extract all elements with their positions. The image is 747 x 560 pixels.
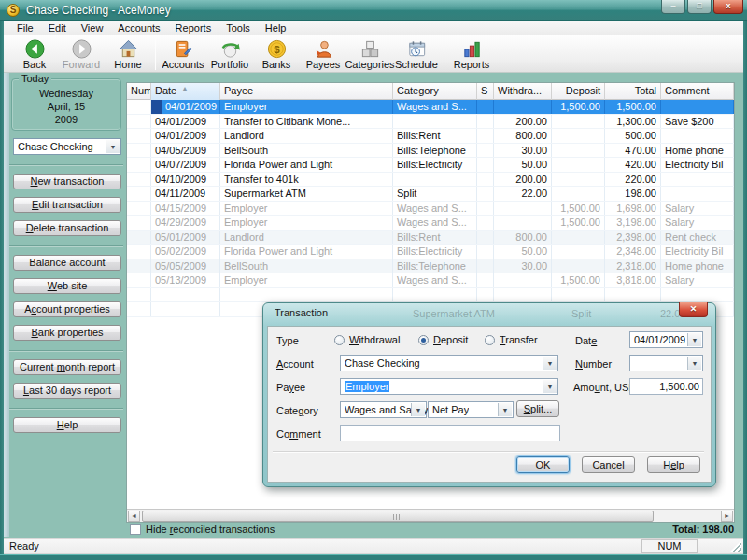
cell-total: 500.00: [605, 129, 661, 143]
close-button[interactable]: x: [713, 0, 743, 14]
column-header-s[interactable]: S: [477, 83, 494, 100]
minimize-button[interactable]: –: [661, 0, 685, 14]
cell-withdrawal: 30.00: [494, 144, 552, 158]
hide-reconciled-checkbox[interactable]: [130, 524, 141, 535]
sidebar-button-last-30-days-report[interactable]: Last 30 days report: [13, 383, 121, 399]
table-row[interactable]: 04/11/2009Supermarket ATMSplit22.00198.0…: [127, 187, 734, 202]
toolbar-button-back[interactable]: Back: [11, 36, 58, 72]
cell-withdrawal: 200.00: [494, 115, 552, 129]
table-row[interactable]: 05/05/2009BellSouthBills:Telephone30.002…: [127, 259, 734, 274]
sidebar-button-account-properties[interactable]: Account properties: [13, 301, 121, 317]
sidebar-button-help[interactable]: Help: [13, 417, 121, 433]
cell-comment: Salary: [661, 216, 734, 230]
cell-date: [151, 288, 220, 302]
column-header-withdra[interactable]: Withdra...: [494, 83, 552, 100]
toolbar-button-banks[interactable]: $Banks: [253, 36, 300, 72]
column-header-total[interactable]: Total: [605, 83, 661, 100]
account-selector[interactable]: Chase Checking ▼: [13, 138, 121, 155]
menu-item-help[interactable]: Help: [258, 21, 294, 35]
table-row[interactable]: 04/07/2009Florida Power and LightBills:E…: [127, 158, 734, 173]
table-row[interactable]: 04/01/2009LandlordBills:Rent800.00500.00: [127, 129, 734, 144]
number-combobox[interactable]: ▼: [629, 355, 703, 371]
category-combobox[interactable]: Wages and Salary ▼: [340, 401, 427, 418]
chevron-down-icon[interactable]: ▼: [543, 380, 557, 393]
amount-field[interactable]: 1,500.00: [629, 378, 703, 395]
toolbar-button-payees[interactable]: Payees: [300, 36, 346, 72]
sidebar-button-edit-transaction[interactable]: Edit transaction: [13, 197, 121, 213]
radio-transfer[interactable]: Transfer: [485, 334, 538, 345]
cell-category: Bills:Rent: [393, 129, 477, 143]
toolbar-button-accounts[interactable]: Accounts: [160, 36, 206, 72]
split-button[interactable]: Split...: [516, 400, 559, 417]
radio-deposit[interactable]: Deposit: [418, 334, 468, 345]
table-row[interactable]: 04/29/2009EmployerWages and S...1,500.00…: [127, 216, 734, 231]
chevron-down-icon[interactable]: ▼: [687, 333, 701, 346]
chevron-down-icon[interactable]: ▼: [411, 403, 425, 416]
column-header-category[interactable]: Category: [393, 83, 477, 100]
radio-button-icon[interactable]: [418, 335, 429, 345]
account-combobox[interactable]: Chase Checking ▼: [340, 355, 558, 371]
radio-withdrawal[interactable]: Withdrawal: [334, 334, 400, 345]
menu-item-reports[interactable]: Reports: [168, 21, 219, 35]
sidebar-divider: [9, 164, 123, 166]
column-header-comment[interactable]: Comment: [661, 83, 734, 100]
ok-button[interactable]: OK: [516, 456, 570, 473]
table-row[interactable]: 05/13/2009EmployerWages and S...1,500.00…: [127, 273, 734, 288]
sidebar-button-balance-account[interactable]: Balance account: [13, 255, 121, 271]
menu-item-accounts[interactable]: Accounts: [110, 21, 167, 35]
horizontal-scrollbar[interactable]: ◄ ►: [127, 509, 734, 522]
resize-grip[interactable]: [730, 540, 741, 552]
menu-item-file[interactable]: File: [9, 21, 41, 35]
column-header-deposit[interactable]: Deposit: [552, 83, 605, 100]
sidebar-button-web-site[interactable]: Web site: [13, 278, 121, 294]
comment-field[interactable]: [340, 425, 560, 441]
dialog-separator: [273, 451, 704, 453]
cell-withdrawal: 800.00: [494, 129, 552, 143]
menu-item-tools[interactable]: Tools: [218, 21, 258, 35]
radio-button-icon[interactable]: [334, 335, 345, 345]
menu-item-view[interactable]: View: [74, 21, 111, 35]
cancel-button[interactable]: Cancel: [582, 456, 635, 473]
table-row[interactable]: 04/01/2009EmployerWages and S...1,500.00…: [127, 100, 734, 115]
status-bar: Ready NUM: [3, 538, 744, 554]
account-value: Chase Checking: [345, 357, 420, 369]
toolbar-button-categories[interactable]: Categories: [346, 36, 393, 72]
maximize-button[interactable]: □: [687, 0, 712, 14]
cell-withdrawal: [494, 288, 552, 302]
table-empty-row: [127, 288, 734, 303]
table-row[interactable]: 04/15/2009EmployerWages and S...1,500.00…: [127, 202, 734, 217]
sidebar-button-delete-transaction[interactable]: Delete transaction: [13, 220, 121, 236]
scrollbar-thumb[interactable]: [142, 511, 654, 522]
chevron-down-icon[interactable]: ▼: [106, 140, 120, 153]
column-header-num[interactable]: Num: [127, 83, 151, 100]
date-combobox[interactable]: 04/01/2009 ▼: [629, 331, 703, 348]
chevron-down-icon[interactable]: ▼: [543, 357, 557, 370]
scroll-right-arrow-icon[interactable]: ►: [721, 511, 733, 522]
sidebar-button-bank-properties[interactable]: Bank properties: [13, 325, 121, 341]
table-row[interactable]: 04/10/2009Transfer to 401k200.00220.00: [127, 173, 734, 188]
table-row[interactable]: 05/02/2009Florida Power and LightBills:E…: [127, 245, 734, 259]
dialog-close-icon[interactable]: ✕: [679, 302, 708, 317]
toolbar-button-schedule[interactable]: Schedule: [393, 36, 440, 72]
toolbar-button-portfolio[interactable]: Portfolio: [206, 36, 253, 72]
chevron-down-icon[interactable]: ▼: [498, 403, 512, 416]
cell-s: [477, 115, 494, 129]
toolbar-button-reports[interactable]: Reports: [448, 36, 495, 72]
help-button[interactable]: Help: [647, 456, 700, 473]
chevron-down-icon[interactable]: ▼: [687, 357, 701, 370]
sidebar-button-current-month-report[interactable]: Current month report: [13, 359, 121, 375]
cell-num: [127, 129, 151, 143]
subcategory-combobox[interactable]: Net Pay ▼: [428, 401, 514, 418]
table-row[interactable]: 05/01/2009LandlordBills:Rent800.002,398.…: [127, 231, 734, 245]
table-row[interactable]: 04/01/2009Transfer to Citibank Mone...20…: [127, 115, 734, 130]
table-row[interactable]: 04/05/2009BellSouthBills:Telephone30.004…: [127, 144, 734, 159]
radio-button-icon[interactable]: [485, 335, 495, 345]
toolbar-button-home[interactable]: Home: [105, 36, 151, 72]
sidebar-button-new-transaction[interactable]: New transaction: [13, 174, 121, 189]
payee-combobox[interactable]: Employer ▼: [340, 378, 558, 395]
column-header-payee[interactable]: Payee: [220, 83, 393, 100]
cell-payee: Employer: [220, 216, 393, 230]
menu-item-edit[interactable]: Edit: [41, 21, 74, 35]
column-header-date[interactable]: Date▲: [151, 83, 220, 100]
scroll-left-arrow-icon[interactable]: ◄: [128, 511, 140, 522]
